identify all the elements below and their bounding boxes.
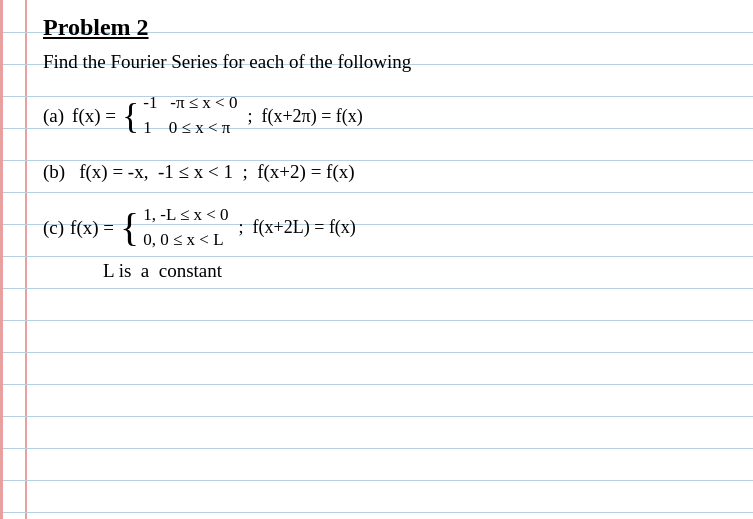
part-b: (b) f(x) = -x, -1 ≤ x < 1 ; f(x+2) = f(x…	[43, 157, 738, 187]
red-margin-line	[25, 0, 27, 519]
part-c-case-1: 1, -L ≤ x < 0	[143, 203, 228, 228]
line-11	[3, 352, 753, 353]
page: Problem 2 Find the Fourier Series for ea…	[0, 0, 753, 519]
part-c-fx: f(x) =	[70, 213, 114, 243]
intro-text: Find the Fourier Series for each of the …	[43, 47, 738, 77]
line-10	[3, 320, 753, 321]
part-c-row: (c) f(x) = { 1, -L ≤ x < 0 0, 0 ≤ x < L …	[43, 203, 738, 252]
part-a-case-2: 1 0 ≤ x < π	[143, 116, 237, 141]
line-15	[3, 480, 753, 481]
part-a-cases: -1 -π ≤ x < 0 1 0 ≤ x < π	[143, 91, 237, 140]
part-c: (c) f(x) = { 1, -L ≤ x < 0 0, 0 ≤ x < L …	[43, 203, 738, 287]
problem-title: Problem 2	[43, 14, 149, 40]
line-16	[3, 512, 753, 513]
part-c-cases: 1, -L ≤ x < 0 0, 0 ≤ x < L	[143, 203, 228, 252]
part-c-case-2: 0, 0 ≤ x < L	[143, 228, 228, 253]
part-a-fx: f(x) =	[72, 101, 116, 131]
problem-title-container: Problem 2	[43, 14, 738, 41]
line-14	[3, 448, 753, 449]
part-a-label: (a)	[43, 101, 64, 131]
part-c-note: L is a constant	[103, 256, 738, 286]
part-c-label: (c)	[43, 213, 64, 243]
part-b-content: f(x) = -x, -1 ≤ x < 1 ; f(x+2) = f(x)	[79, 161, 354, 182]
line-13	[3, 416, 753, 417]
part-a-case-1: -1 -π ≤ x < 0	[143, 91, 237, 116]
content-area: Problem 2 Find the Fourier Series for ea…	[28, 0, 753, 301]
part-a: (a) f(x) = { -1 -π ≤ x < 0 1 0 ≤ x < π ;…	[43, 91, 738, 140]
part-a-brace: {	[122, 98, 139, 134]
part-b-label: (b)	[43, 161, 75, 182]
part-a-periodicity: ; f(x+2π) = f(x)	[247, 102, 362, 131]
part-c-brace: {	[120, 208, 139, 248]
part-c-periodicity: ; f(x+2L) = f(x)	[239, 213, 356, 242]
line-12	[3, 384, 753, 385]
